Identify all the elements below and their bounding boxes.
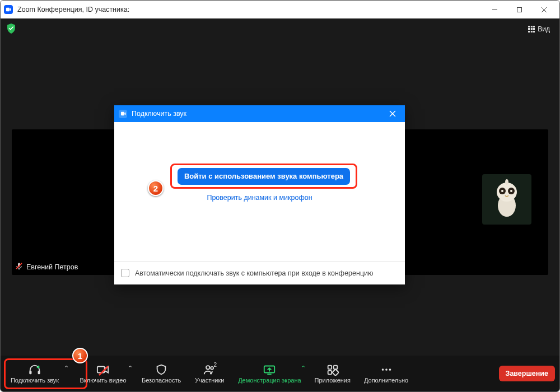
svg-rect-23 [328, 366, 331, 369]
participants-count: 2 [214, 362, 217, 368]
share-screen-button[interactable]: Демонстрация экрана ⌃ [232, 361, 306, 386]
svg-point-19 [206, 366, 209, 369]
start-video-button[interactable]: Включить видео ⌃ [72, 361, 134, 386]
more-button[interactable]: Дополнительно [358, 361, 414, 386]
meeting-area: Вид Евгений Петров [1, 18, 559, 356]
svg-rect-16 [38, 371, 40, 374]
share-screen-icon [262, 363, 277, 376]
participant-name-badge: Евгений Петров [15, 262, 78, 272]
muted-microphone-icon [15, 262, 23, 272]
app-window: Zoom Конференция, ID участника: Вид [0, 0, 560, 392]
security-label: Безопасность [142, 377, 181, 384]
window-title: Zoom Конференция, ID участника: [17, 6, 129, 13]
audio-label: Подключить звук [11, 377, 59, 384]
close-button[interactable] [531, 1, 556, 18]
share-label: Демонстрация экрана [238, 377, 301, 384]
test-speaker-mic-link[interactable]: Проверить динамик и микрофон [114, 194, 405, 202]
svg-rect-25 [328, 371, 331, 374]
window-controls [482, 1, 556, 18]
dialog-footer: Автоматически подключать звук с компьюте… [114, 261, 405, 284]
join-computer-audio-button[interactable]: Войти с использованием звука компьютера [178, 168, 350, 185]
minimize-button[interactable] [482, 1, 507, 18]
chevron-up-icon[interactable]: ⌃ [128, 365, 133, 372]
svg-point-10 [505, 179, 508, 185]
svg-rect-15 [29, 371, 31, 374]
auto-connect-label: Автоматически подключать звук с компьюте… [135, 269, 373, 277]
svg-point-8 [501, 190, 503, 192]
participant-name: Евгений Петров [26, 263, 78, 271]
maximize-button[interactable] [507, 1, 531, 18]
zoom-small-icon [119, 110, 127, 118]
more-label: Дополнительно [364, 377, 408, 384]
security-button[interactable]: Безопасность [136, 361, 186, 386]
bottom-toolbar: 1 Подключить звук ⌃ Включить видео ⌃ Без… [1, 356, 559, 391]
apps-icon [325, 363, 340, 376]
grid-icon [528, 26, 535, 32]
dialog-titlebar: Подключить звук [114, 105, 405, 122]
dialog-title: Подключить звук [132, 110, 186, 118]
svg-rect-26 [332, 369, 339, 376]
dialog-close-button[interactable] [385, 105, 400, 122]
apps-button[interactable]: Приложения [309, 361, 356, 386]
encryption-shield-icon[interactable] [6, 23, 16, 34]
participants-label: Участники [195, 377, 225, 384]
svg-rect-24 [334, 366, 337, 369]
zoom-app-icon [4, 5, 13, 14]
join-audio-dialog: Подключить звук Войти с использованием з… [114, 105, 405, 284]
end-meeting-button[interactable]: Завершение [499, 366, 555, 381]
dialog-body: Войти с использованием звука компьютера … [114, 122, 405, 261]
titlebar: Zoom Конференция, ID участника: [1, 1, 559, 18]
svg-point-29 [389, 368, 391, 371]
view-button[interactable]: Вид [524, 23, 554, 35]
more-icon [379, 363, 394, 376]
video-camera-icon [96, 363, 110, 376]
participant-avatar [482, 174, 531, 225]
chevron-up-icon[interactable]: ⌃ [301, 365, 306, 372]
svg-point-27 [381, 368, 384, 371]
apps-label: Приложения [315, 377, 351, 384]
svg-line-18 [99, 366, 108, 375]
headphones-icon [27, 363, 42, 376]
view-label: Вид [538, 25, 550, 33]
annotation-highlight-2: Войти с использованием звука компьютера [170, 164, 357, 189]
auto-connect-checkbox[interactable] [121, 269, 129, 277]
shield-icon [154, 363, 169, 376]
join-audio-button[interactable]: Подключить звук ⌃ [3, 361, 70, 386]
svg-point-20 [211, 367, 213, 370]
svg-rect-1 [517, 7, 521, 12]
video-label: Включить видео [80, 377, 126, 384]
chevron-up-icon[interactable]: ⌃ [64, 365, 69, 372]
svg-point-9 [510, 190, 512, 192]
svg-point-28 [385, 368, 388, 371]
participants-button[interactable]: 2 Участники [189, 361, 230, 386]
